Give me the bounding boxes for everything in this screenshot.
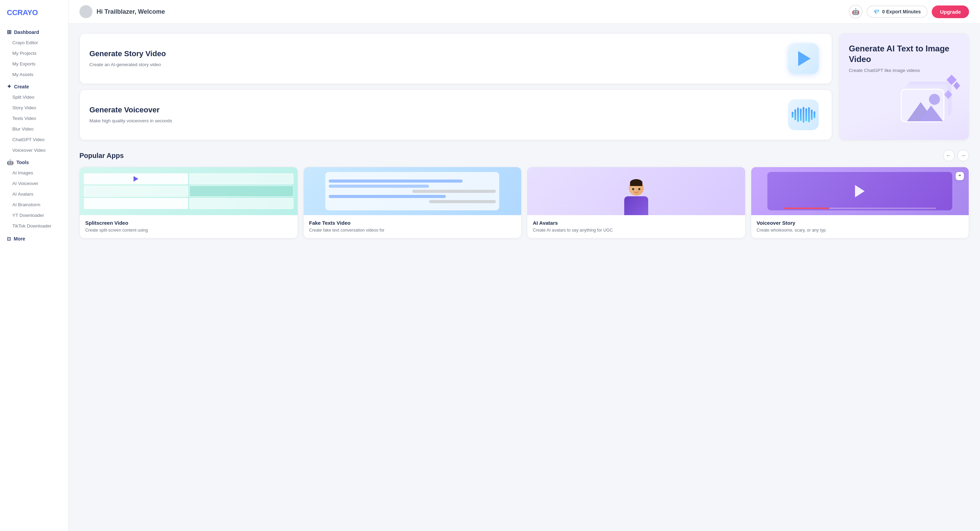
logo[interactable]: CCRAYO [0, 5, 68, 26]
voiceover-icon-wrap [788, 99, 819, 130]
arrow-right-icon: → [961, 152, 966, 159]
splitscreen-desc: Create split-screen content using [85, 227, 292, 233]
app-card-voiceover-story[interactable]: ❝ Voiceover Story Create wholesome, scar… [751, 167, 969, 238]
more-icon: ⊡ [7, 236, 11, 241]
sidebar-item-split-video[interactable]: Split Video [3, 92, 65, 102]
sidebar-item-ai-voiceover[interactable]: AI Voiceover [3, 179, 65, 188]
ai-avatars-card-image [527, 167, 745, 215]
sidebar-item-my-projects[interactable]: My Projects [3, 48, 65, 58]
sidebar-item-my-exports[interactable]: My Exports [3, 59, 65, 69]
main-content: Hi Trailblazer, Welcome 🤖 💎 0 Export Min… [68, 0, 980, 531]
text-bubble-3 [412, 190, 496, 193]
arrow-left-icon: ← [946, 152, 951, 159]
logo-text: CCRAYO [7, 8, 38, 17]
ai-text-image-card[interactable]: Generate AI Text to Image Video Create C… [839, 33, 969, 140]
voiceover-quote-bubble: ❝ [956, 172, 964, 180]
splitscreen-play-icon [134, 176, 138, 182]
voiceover-icon-area [784, 99, 822, 130]
splitscreen-illustration [80, 167, 298, 215]
svg-marker-8 [953, 81, 960, 90]
avatar-body [624, 196, 648, 215]
voiceover-title: Generate Voiceover [89, 105, 779, 115]
sidebar-item-story-video[interactable]: Story Video [3, 103, 65, 113]
splitscreen-card-body: Splitscreen Video Create split-screen co… [80, 215, 298, 238]
splitscreen-title: Splitscreen Video [85, 220, 292, 226]
sidebar-item-texts-video[interactable]: Texts Video [3, 113, 65, 123]
welcome-text: Hi Trailblazer, Welcome [97, 8, 165, 15]
voiceover-story-card-image: ❝ [751, 167, 969, 215]
export-minutes-button[interactable]: 💎 0 Export Minutes [867, 5, 928, 18]
sidebar-item-crayo-editor[interactable]: Crayo Editor [3, 38, 65, 48]
generate-story-video-card[interactable]: Generate Story Video Create an AI-genera… [80, 33, 832, 84]
sidebar-item-blur-video[interactable]: Blur Video [3, 124, 65, 134]
story-video-title: Generate Story Video [89, 49, 779, 59]
header: Hi Trailblazer, Welcome 🤖 💎 0 Export Min… [68, 0, 980, 24]
app-card-ai-avatars[interactable]: AI Avatars Create AI avatars to say anyt… [527, 167, 745, 238]
ai-image-svg [897, 71, 965, 133]
app-card-fake-texts[interactable]: Fake Texts Video Create fake text conver… [303, 167, 522, 238]
generate-cards-column: Generate Story Video Create an AI-genera… [80, 33, 832, 140]
sidebar-item-voiceover-video[interactable]: Voiceover Video [3, 145, 65, 155]
sidebar-item-ai-avatars[interactable]: AI Avatars [3, 189, 65, 199]
voiceover-story-bg [767, 172, 952, 210]
export-minutes-label: 0 Export Minutes [882, 9, 921, 14]
sidebar-section-create: ✦ Create [0, 81, 68, 92]
dashboard-icon: ⊞ [7, 29, 11, 35]
ai-image-illustration [897, 71, 965, 133]
text-bubble-5 [429, 200, 496, 203]
story-video-text: Generate Story Video Create an AI-genera… [89, 49, 779, 69]
header-right: 🤖 💎 0 Export Minutes Upgrade [849, 5, 969, 19]
svg-point-4 [929, 94, 940, 105]
upgrade-button[interactable]: Upgrade [932, 5, 969, 18]
popular-apps-section: Popular Apps ← → [80, 150, 969, 238]
app-card-splitscreen[interactable]: Splitscreen Video Create split-screen co… [80, 167, 298, 238]
voiceover-story-illustration: ❝ [751, 167, 969, 215]
voiceover-story-play-icon [855, 185, 865, 197]
text-bubble-1 [329, 180, 463, 183]
sidebar-item-tiktok-downloader[interactable]: TikTok Downloader [3, 221, 65, 231]
voiceover-desc: Make high quality voiceovers in seconds [89, 118, 779, 124]
sidebar-item-yt-downloader[interactable]: YT Downloader [3, 210, 65, 220]
app-cards-grid: Splitscreen Video Create split-screen co… [80, 167, 969, 238]
ai-assistant-button[interactable]: 🤖 [849, 5, 862, 19]
ai-assistant-icon: 🤖 [852, 8, 859, 15]
play-triangle-icon [798, 51, 810, 66]
fake-texts-illustration [325, 172, 499, 210]
text-bubble-4 [329, 195, 446, 198]
progress-bar-fill [784, 207, 829, 209]
sidebar-item-my-assets[interactable]: My Assets [3, 70, 65, 80]
sidebar-section-tools: 🤖 Tools [0, 157, 68, 167]
fake-texts-card-body: Fake Texts Video Create fake text conver… [304, 215, 522, 238]
sidebar-item-chatgpt-video[interactable]: ChatGPT Video [3, 135, 65, 145]
fake-texts-desc: Create fake text conversation videos for [309, 227, 516, 233]
header-left: Hi Trailblazer, Welcome [80, 5, 165, 18]
nav-prev-button[interactable]: ← [943, 150, 955, 161]
progress-bar-track [784, 207, 936, 209]
sidebar-section-more[interactable]: ⊡ More [0, 234, 68, 244]
avatar [80, 5, 92, 18]
content-area: Generate Story Video Create an AI-genera… [68, 24, 980, 531]
avatar-head [629, 180, 644, 196]
nav-next-button[interactable]: → [958, 150, 969, 161]
diamond-icon: 💎 [873, 9, 879, 14]
splitscreen-card-image [80, 167, 298, 215]
tools-icon: 🤖 [7, 159, 14, 166]
ai-text-image-hero[interactable]: Generate AI Text to Image Video Create C… [839, 33, 969, 140]
text-bubble-2 [329, 185, 429, 188]
play-icon-wrap [788, 43, 819, 74]
popular-apps-title: Popular Apps [80, 152, 124, 159]
create-icon: ✦ [7, 83, 11, 90]
ai-avatars-title: AI Avatars [533, 220, 740, 226]
fake-texts-card-image [304, 167, 522, 215]
generate-voiceover-card[interactable]: Generate Voiceover Make high quality voi… [80, 89, 832, 140]
sidebar-item-ai-brainstorm[interactable]: AI Brainstorm [3, 200, 65, 210]
sidebar-item-ai-images[interactable]: AI Images [3, 168, 65, 178]
avatar-illustration [527, 167, 745, 215]
story-video-desc: Create an AI-generated story video [89, 61, 779, 68]
ai-text-image-title: Generate AI Text to Image Video [849, 43, 959, 64]
popular-apps-header: Popular Apps ← → [80, 150, 969, 161]
nav-arrows: ← → [943, 150, 969, 161]
fake-texts-title: Fake Texts Video [309, 220, 516, 226]
avatar-hair [630, 179, 643, 186]
voiceover-story-title: Voiceover Story [757, 220, 964, 226]
